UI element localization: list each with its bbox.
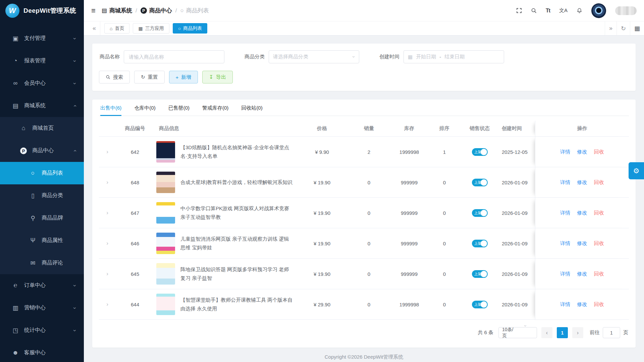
sidebar-item[interactable]: ◔报表管理›: [0, 50, 84, 72]
refresh-page-icon[interactable]: ↻: [616, 21, 630, 35]
product-title[interactable]: 【3D炫酷版】随机点名抽奖神器·企业年会课堂点名·支持导入名单: [180, 143, 293, 161]
language-icon[interactable]: 文A: [559, 7, 568, 14]
edit-link[interactable]: 修改: [577, 301, 587, 307]
sidebar-item[interactable]: ▤商城系统›: [0, 95, 84, 117]
sidebar-item[interactable]: ○商品列表: [0, 162, 84, 184]
product-thumbnail[interactable]: [156, 263, 175, 285]
layout-grid-icon[interactable]: ▦: [630, 21, 644, 35]
recycle-link[interactable]: 回收: [594, 210, 604, 216]
product-name-input[interactable]: [124, 50, 224, 63]
product-thumbnail[interactable]: [156, 172, 175, 193]
tab-chip[interactable]: ▦三方应用: [133, 23, 169, 34]
page-size-select[interactable]: 10条/页 ›: [498, 327, 537, 338]
detail-link[interactable]: 详情: [560, 301, 570, 307]
status-toggle[interactable]: 上架: [472, 270, 488, 278]
product-price: ¥ 19.90: [295, 228, 349, 259]
next-page-button[interactable]: ›: [572, 327, 583, 338]
detail-link[interactable]: 详情: [560, 240, 570, 246]
page-1-button[interactable]: 1: [557, 327, 568, 338]
export-button[interactable]: ↧ 导出: [202, 71, 233, 83]
detail-link[interactable]: 详情: [560, 179, 570, 185]
status-toggle[interactable]: 上架: [472, 209, 488, 217]
sidebar-item[interactable]: ▥营销中心›: [0, 297, 84, 319]
product-category-select[interactable]: 请选择商品分类 ›: [269, 50, 359, 63]
toggle-knob: [481, 210, 487, 216]
product-title[interactable]: 合成大星球|教育科普小游戏，轻松理解银河系知识: [180, 178, 292, 187]
product-title[interactable]: 中小学数学口算PK游戏 网页版双人对战算术竞赛 亲子互动益智早教: [180, 204, 293, 222]
settings-gear-button[interactable]: ⚙: [629, 162, 644, 179]
product-thumbnail[interactable]: [156, 294, 175, 315]
recycle-link[interactable]: 回收: [594, 301, 604, 307]
search-icon[interactable]: [531, 8, 537, 13]
status-toggle[interactable]: 上架: [472, 148, 488, 156]
sidebar-item[interactable]: ▯商品分类: [0, 184, 84, 207]
product-thumbnail[interactable]: [156, 141, 175, 163]
notification-bell-icon[interactable]: [577, 8, 582, 13]
edit-link[interactable]: 修改: [577, 210, 587, 216]
tabs-scroll-left-icon[interactable]: «: [89, 21, 100, 35]
edit-link[interactable]: 修改: [577, 179, 587, 185]
recycle-link[interactable]: 回收: [594, 149, 604, 155]
breadcrumb-item-shop[interactable]: ▤ 商城系统: [102, 7, 132, 14]
product-id: 648: [116, 167, 154, 198]
product-title[interactable]: 儿童益智消消乐网页版 亲子互动观察力训练 逻辑思维 宝妈带娃: [180, 235, 293, 252]
date-range-picker[interactable]: ▦ 开始日期 - 结束日期: [404, 50, 504, 63]
product-title[interactable]: 【智慧课堂助手】教师公开课教辅工具 两个版本自由选择 永久使用: [180, 296, 293, 313]
expand-row-icon[interactable]: ›: [106, 240, 108, 246]
recycle-link[interactable]: 回收: [594, 271, 604, 277]
status-tab[interactable]: 出售中(6): [100, 105, 121, 116]
recycle-link[interactable]: 回收: [594, 179, 604, 185]
detail-link[interactable]: 详情: [560, 271, 570, 277]
status-tab[interactable]: 仓库中(0): [134, 105, 155, 116]
sidebar-item[interactable]: ◳统计中心›: [0, 319, 84, 342]
detail-link[interactable]: 详情: [560, 149, 570, 155]
tab-chip[interactable]: ○商品列表: [173, 23, 207, 34]
edit-link[interactable]: 修改: [577, 240, 587, 246]
sidebar-item[interactable]: ▣支付管理›: [0, 27, 84, 50]
tab-chip[interactable]: ⌂首页: [104, 23, 129, 34]
sidebar-item[interactable]: ∞会员中心›: [0, 72, 84, 95]
status-toggle[interactable]: 上架: [472, 179, 488, 186]
sidebar-item[interactable]: ✉商品评论: [0, 252, 84, 274]
status-tab[interactable]: 已售罄(0): [168, 105, 190, 116]
fullscreen-icon[interactable]: [516, 8, 522, 13]
sidebar-item[interactable]: ⚲商品品牌: [0, 207, 84, 229]
product-id: 647: [116, 198, 154, 228]
search-button[interactable]: 搜索: [99, 71, 130, 83]
user-avatar[interactable]: [591, 3, 606, 18]
username-redacted[interactable]: [615, 6, 637, 15]
sidebar-item[interactable]: Ψ商品属性: [0, 229, 84, 252]
sidebar-item[interactable]: ℮订单中心›: [0, 274, 84, 297]
add-button[interactable]: + 新增: [169, 71, 198, 83]
status-toggle[interactable]: 上架: [472, 301, 488, 308]
collapse-sidebar-icon[interactable]: ≡: [91, 6, 96, 15]
status-tab[interactable]: 警戒库存(0): [202, 105, 228, 116]
column-header-price: 价格: [295, 121, 349, 137]
goto-page-input[interactable]: [603, 327, 620, 338]
product-id: 646: [116, 228, 154, 259]
expand-row-icon[interactable]: ›: [106, 270, 108, 277]
status-tab[interactable]: 回收站(0): [241, 105, 262, 116]
recycle-link[interactable]: 回收: [594, 240, 604, 246]
sidebar-item[interactable]: ⌂商城首页: [0, 117, 84, 139]
tabs-scroll-right-icon[interactable]: »: [605, 21, 616, 35]
expand-row-icon[interactable]: ›: [106, 301, 108, 307]
expand-row-icon[interactable]: ›: [106, 209, 108, 216]
date-start-placeholder: 开始日期: [416, 54, 436, 60]
product-thumbnail[interactable]: [156, 202, 175, 224]
product-sort: 0: [429, 228, 460, 259]
reset-button[interactable]: ↻ 重置: [134, 71, 165, 83]
sidebar-item[interactable]: ☻客服中心: [0, 342, 84, 362]
product-title[interactable]: 阵地保卫战知识答题 网页版多学科预习学习 老师复习 亲子益智: [180, 265, 293, 283]
product-thumbnail[interactable]: [156, 233, 175, 254]
font-size-icon[interactable]: Tt: [546, 8, 550, 14]
prev-page-button[interactable]: ‹: [541, 327, 552, 338]
expand-row-icon[interactable]: ›: [106, 179, 108, 185]
breadcrumb-item-product-center[interactable]: P 商品中心: [141, 7, 172, 14]
expand-row-icon[interactable]: ›: [106, 148, 108, 155]
sidebar-item[interactable]: P商品中心›: [0, 139, 84, 162]
edit-link[interactable]: 修改: [577, 271, 587, 277]
edit-link[interactable]: 修改: [577, 149, 587, 155]
detail-link[interactable]: 详情: [560, 210, 570, 216]
status-toggle[interactable]: 上架: [472, 240, 488, 247]
